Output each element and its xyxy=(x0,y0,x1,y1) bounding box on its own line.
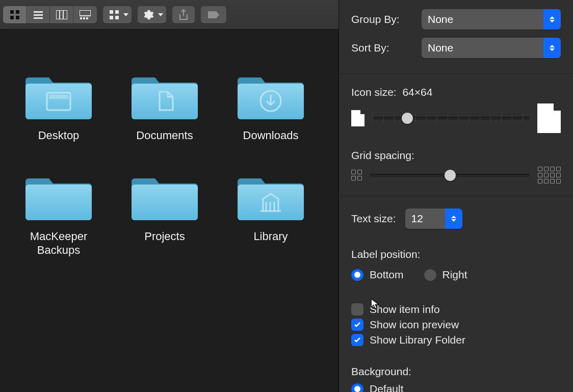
loose-grid-icon xyxy=(538,167,561,184)
text-size-label: Text size: xyxy=(351,213,396,225)
svg-rect-7 xyxy=(56,10,67,19)
checkbox-label: Show item info xyxy=(370,303,440,316)
background-label: Background: xyxy=(351,365,561,378)
gear-icon xyxy=(144,10,154,20)
chevron-down-icon xyxy=(158,13,163,16)
label-position-bottom[interactable]: Bottom xyxy=(351,269,404,281)
radio-icon xyxy=(351,269,363,281)
svg-rect-16 xyxy=(110,16,113,19)
svg-rect-11 xyxy=(80,17,82,19)
view-column-button[interactable] xyxy=(50,6,73,23)
grid-spacing-section: Grid spacing: xyxy=(351,149,561,184)
sort-by-value: None xyxy=(428,42,453,54)
label-position-section: Label position: Bottom Right xyxy=(351,248,561,284)
svg-rect-4 xyxy=(34,11,43,13)
folder-label: Documents xyxy=(136,128,193,143)
finder-toolbar xyxy=(0,0,338,30)
svg-rect-6 xyxy=(34,17,43,19)
icon-size-section: Icon size: 64×64 xyxy=(351,86,561,133)
group-by-value: None xyxy=(428,13,453,25)
view-mode-segment xyxy=(3,6,97,23)
svg-rect-1 xyxy=(16,10,19,14)
svg-rect-13 xyxy=(86,17,88,19)
checkbox-icon xyxy=(351,334,363,346)
small-doc-icon xyxy=(351,110,364,126)
view-icon-button[interactable] xyxy=(3,6,27,23)
list-icon xyxy=(33,10,43,20)
column-icon xyxy=(56,10,67,19)
group-by-label: Group By: xyxy=(351,13,412,25)
folder-desktop[interactable]: Desktop xyxy=(15,70,102,143)
sort-by-row: Sort By: None xyxy=(351,38,561,58)
folder-downloads[interactable]: Downloads xyxy=(227,70,314,143)
svg-rect-5 xyxy=(34,14,43,16)
svg-rect-3 xyxy=(16,16,19,19)
svg-rect-12 xyxy=(83,17,85,19)
folder-mackeeper-backups[interactable]: MacKeeper Backups xyxy=(15,171,102,257)
tag-icon xyxy=(207,10,220,19)
checkbox-icon xyxy=(351,319,363,331)
show-library-folder-checkbox[interactable]: Show Library Folder xyxy=(351,334,561,346)
folder-label: Desktop xyxy=(38,128,80,143)
group-by-row: Group By: None xyxy=(351,9,561,30)
label-position-label: Label position: xyxy=(351,248,561,260)
slider-thumb[interactable] xyxy=(445,170,456,181)
folder-label: Projects xyxy=(144,229,185,244)
radio-label: Bottom xyxy=(370,269,404,281)
folder-documents[interactable]: Documents xyxy=(121,70,208,143)
grid-arrange-icon xyxy=(109,10,119,20)
svg-rect-17 xyxy=(115,16,119,19)
radio-label: Default xyxy=(370,383,404,392)
background-default[interactable]: Default xyxy=(351,383,561,392)
label-position-right[interactable]: Right xyxy=(424,269,467,281)
show-icon-preview-checkbox[interactable]: Show icon preview xyxy=(351,319,561,331)
radio-label: Right xyxy=(442,269,467,281)
sort-by-dropdown[interactable]: None xyxy=(422,38,561,58)
action-dropdown-button[interactable] xyxy=(138,6,166,23)
arrange-dropdown-button[interactable] xyxy=(103,6,132,23)
svg-rect-0 xyxy=(10,10,14,14)
finder-window: Desktop Documents Downloads MacKeeper Ba… xyxy=(0,0,338,392)
view-options-panel: Group By: None Sort By: None Icon size: … xyxy=(338,0,573,392)
tight-grid-icon xyxy=(351,170,362,180)
gallery-icon xyxy=(80,10,91,19)
divider xyxy=(339,196,573,196)
icon-size-label: Icon size: xyxy=(351,86,397,98)
svg-rect-19 xyxy=(49,95,68,99)
show-item-info-checkbox[interactable]: Show item info xyxy=(351,303,561,316)
folder-label: Library xyxy=(253,229,288,244)
divider xyxy=(339,73,573,74)
grid-icon xyxy=(10,10,20,20)
tag-button[interactable] xyxy=(201,6,226,23)
svg-rect-14 xyxy=(110,10,113,14)
checkbox-section: Show item info Show icon preview Show Li… xyxy=(351,300,561,349)
large-doc-icon xyxy=(537,103,561,133)
text-size-row: Text size: 12 xyxy=(351,208,561,229)
share-button[interactable] xyxy=(172,6,195,23)
grid-spacing-label: Grid spacing: xyxy=(351,149,561,162)
folder-library[interactable]: Library xyxy=(227,171,314,257)
view-gallery-button[interactable] xyxy=(73,6,97,23)
background-section: Background: Default Colour Picture xyxy=(351,365,561,392)
checkbox-icon xyxy=(351,303,363,316)
svg-rect-10 xyxy=(80,10,91,16)
file-grid: Desktop Documents Downloads MacKeeper Ba… xyxy=(0,30,338,392)
slider-thumb[interactable] xyxy=(402,113,413,124)
view-list-button[interactable] xyxy=(27,6,50,23)
text-size-dropdown[interactable]: 12 xyxy=(405,208,462,229)
text-size-value: 12 xyxy=(411,213,423,225)
radio-icon xyxy=(351,383,363,392)
checkbox-label: Show Library Folder xyxy=(370,334,465,346)
checkbox-label: Show icon preview xyxy=(370,319,459,331)
group-by-dropdown[interactable]: None xyxy=(422,9,561,30)
folder-label: Downloads xyxy=(243,128,299,143)
folder-projects[interactable]: Projects xyxy=(121,171,208,257)
folder-label: MacKeeper Backups xyxy=(15,229,102,257)
icon-size-value: 64×64 xyxy=(402,86,432,98)
svg-rect-2 xyxy=(10,16,14,19)
radio-icon xyxy=(424,269,436,281)
grid-spacing-slider[interactable] xyxy=(370,174,530,177)
svg-rect-15 xyxy=(115,10,119,14)
share-icon xyxy=(178,9,189,20)
icon-size-slider[interactable] xyxy=(373,117,529,120)
